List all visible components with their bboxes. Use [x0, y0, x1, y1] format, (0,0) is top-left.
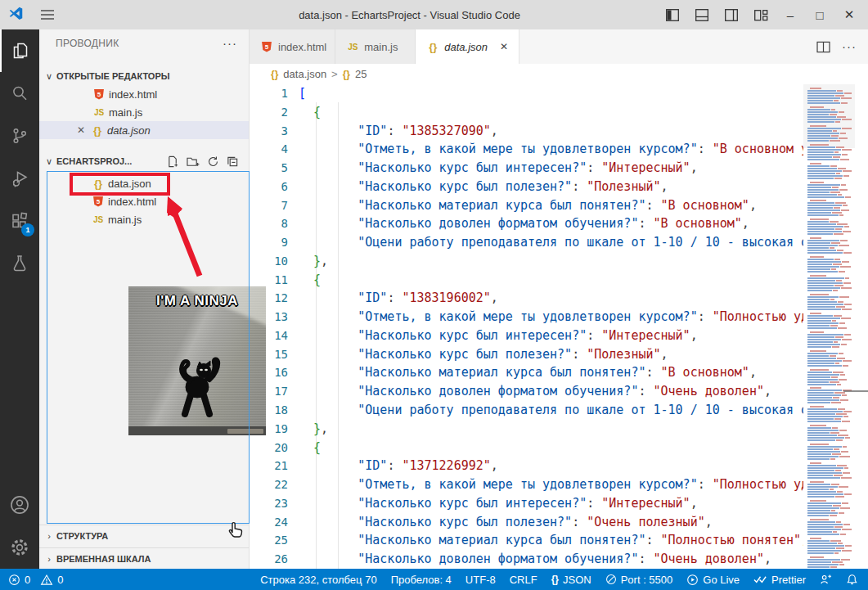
indentation[interactable]: Пробелов: 4 [391, 574, 452, 586]
tab-main.js[interactable]: JSmain.js [335, 29, 416, 64]
minimize-button[interactable]: – [778, 3, 803, 26]
close-icon[interactable]: ✕ [72, 124, 90, 136]
line-text: "Насколько доволен форматом обучения?": … [288, 382, 771, 401]
notifications-bell-icon[interactable] [846, 574, 858, 586]
minimap-block [807, 218, 852, 236]
code-line: 10 }, [250, 252, 803, 271]
outline-section-header[interactable]: › СТРУКТУРА [39, 525, 249, 547]
code-line: 23 "Насколько курс был интересен?": "Инт… [250, 494, 803, 513]
code-lines[interactable]: 1[2 {3 "ID": "1385327090",4 "Отметь, в к… [250, 84, 803, 569]
cursor-position[interactable]: Строка 232, столбец 70 [260, 574, 376, 586]
breadcrumb-file[interactable]: data.json [283, 68, 326, 80]
split-editor-icon[interactable] [816, 41, 830, 53]
encoding[interactable]: UTF-8 [465, 574, 496, 586]
minimap-block [807, 500, 852, 517]
meme-caption: I'M A NINJA [128, 293, 266, 309]
vscode-logo-icon [8, 6, 24, 25]
code-line: 15 "Насколько курс был полезен?": "Полез… [250, 345, 803, 364]
testing-icon[interactable] [0, 242, 39, 285]
search-icon[interactable] [0, 72, 39, 115]
problems-warnings[interactable]: 0 [40, 574, 63, 586]
minimap-block [807, 182, 852, 199]
explorer-title: ПРОВОДНИК [56, 38, 223, 49]
html-file-icon: 5 [259, 42, 274, 52]
open-editor-main.js[interactable]: JSmain.js [39, 103, 249, 121]
line-number: 21 [250, 457, 288, 475]
line-text: "Оцени работу преподавателя по шкале от … [288, 233, 803, 252]
html-file-icon: 5 [92, 89, 106, 100]
ninja-cat-meme-image: I'M A NINJA [128, 286, 266, 435]
line-text: "ID": "1383196002", [288, 289, 498, 308]
line-number: 8 [250, 214, 288, 233]
run-debug-icon[interactable] [0, 157, 39, 200]
line-text: "Насколько курс был интересен?": "Интере… [288, 159, 698, 178]
open-editors-label: ОТКРЫТЫЕ РЕДАКТОРЫ [56, 71, 170, 81]
code-line: 4 "Отметь, в какой мере ты удовлетворен … [250, 140, 803, 159]
account-icon[interactable] [0, 484, 39, 526]
live-server-port[interactable]: Port : 5500 [605, 574, 673, 586]
line-number: 6 [250, 178, 288, 196]
collapse-all-icon[interactable] [227, 155, 239, 168]
open-editors-section-header[interactable]: ∨ ОТКРЫТЫЕ РЕДАКТОРЫ [39, 67, 249, 85]
line-number: 9 [250, 233, 288, 252]
line-number: 26 [250, 550, 288, 569]
breadcrumb-node[interactable]: 25 [355, 68, 367, 80]
chevron-down-icon: ∨ [44, 156, 54, 167]
minimap[interactable] [803, 84, 855, 569]
breadcrumb: {} data.json > {} 25 [250, 64, 868, 84]
status-bar: 0 0 Строка 232, столбец 70 Пробелов: 4 U… [0, 569, 868, 590]
toggle-sidebar-icon[interactable] [660, 3, 685, 26]
settings-gear-icon[interactable] [0, 526, 39, 569]
line-text: { [288, 439, 321, 457]
tree-item-main.js[interactable]: JSmain.js [47, 210, 250, 228]
tab-data.json[interactable]: {}data.json✕ [416, 29, 519, 64]
editor-more-actions-icon[interactable]: ··· [842, 43, 857, 50]
open-editor-data.json[interactable]: ✕{}data.json [39, 121, 249, 139]
folder-label: ECHARTSPROJ... [56, 156, 132, 166]
timeline-section-header[interactable]: › ВРЕМЕННАЯ ШКАЛА [39, 547, 249, 569]
tab-index.html[interactable]: 5index.html [250, 29, 335, 64]
tab-bar: 5index.htmlJSmain.js{}data.json✕ ··· [250, 29, 868, 64]
line-text: "Насколько доволен форматом обучения?": … [288, 550, 771, 569]
prettier-formatter[interactable]: Prettier [753, 574, 806, 586]
open-editors-list: 5index.htmlJSmain.js✕{}data.json [39, 85, 249, 139]
file-label: main.js [108, 214, 142, 226]
close-button[interactable]: ✕ [837, 3, 861, 26]
language-mode[interactable]: {}JSON [551, 574, 591, 586]
chevron-right-icon: › [44, 531, 54, 541]
line-text: [ [288, 84, 306, 103]
source-control-icon[interactable] [0, 115, 39, 157]
line-number: 2 [250, 103, 288, 122]
code-area[interactable]: 1[2 {3 "ID": "1385327090",4 "Отметь, в к… [250, 84, 868, 569]
minimap-block [807, 556, 852, 570]
tab-label: data.json [444, 41, 488, 53]
json-symbol-icon: {} [343, 69, 350, 80]
code-line: 19 }, [250, 420, 803, 439]
line-text: { [288, 103, 321, 122]
line-text: }, [288, 420, 328, 439]
toggle-panel-icon[interactable] [690, 3, 714, 26]
explorer-more-actions-icon[interactable]: ··· [223, 40, 237, 47]
line-text: }, [288, 252, 328, 271]
line-number: 5 [250, 159, 288, 178]
open-editor-index.html[interactable]: 5index.html [39, 85, 249, 103]
minimap-block [807, 275, 852, 292]
new-file-icon[interactable] [167, 155, 179, 168]
toggle-secondary-sidebar-icon[interactable] [719, 3, 744, 26]
line-text: "Насколько курс был интересен?": "Интере… [288, 494, 698, 513]
problems-errors[interactable]: 0 [8, 574, 30, 586]
extensions-icon[interactable]: 1 [0, 200, 39, 242]
maximize-button[interactable]: □ [807, 3, 832, 26]
folder-section-header[interactable]: ∨ ECHARTSPROJ... [39, 152, 249, 170]
new-folder-icon[interactable] [187, 155, 200, 168]
overview-ruler[interactable] [855, 84, 868, 569]
eol-sequence[interactable]: CRLF [510, 574, 537, 586]
close-tab-icon[interactable]: ✕ [497, 41, 510, 52]
feedback-icon[interactable] [820, 574, 832, 586]
go-live-button[interactable]: Go Live [686, 574, 740, 586]
minimap-block [807, 369, 852, 386]
explorer-icon[interactable] [0, 29, 39, 72]
menu-icon[interactable] [35, 3, 60, 26]
customize-layout-icon[interactable] [749, 3, 773, 26]
refresh-icon[interactable] [207, 155, 219, 168]
